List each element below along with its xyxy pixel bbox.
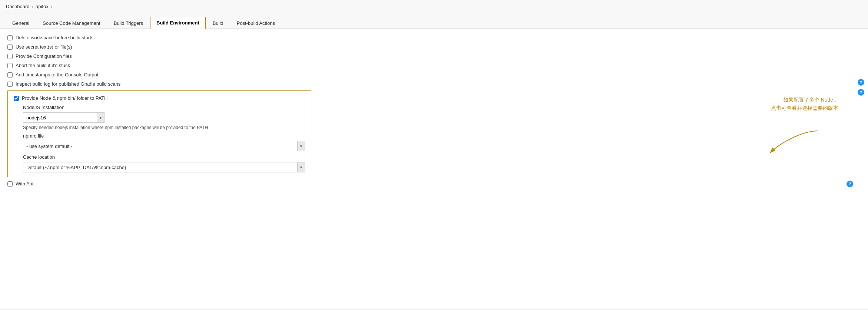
tab-post-build[interactable]: Post-build Actions	[231, 17, 281, 29]
annotation-arrow	[766, 127, 825, 158]
content-area: Delete workspace before build starts Use…	[0, 29, 868, 196]
nodejs-section: Provide Node & npm bin/ folder to PATH N…	[7, 90, 311, 177]
checkbox-row-use-secret: Use secret text(s) or file(s)	[7, 44, 861, 50]
annotation-text-line2: 点击可查看并选择需要的版本	[771, 104, 838, 112]
label-provide-node: Provide Node & npm bin/ folder to PATH	[22, 95, 107, 101]
breadcrumb: Dashboard › apifox ›	[0, 0, 868, 13]
breadcrumb-dashboard[interactable]: Dashboard	[6, 4, 30, 9]
npmrc-dropdown-arrow[interactable]: ▼	[298, 141, 305, 151]
checkbox-add-timestamps[interactable]	[7, 72, 13, 78]
label-provide-config: Provide Configuration files	[16, 53, 72, 59]
label-delete-workspace: Delete workspace before build starts	[16, 35, 93, 40]
installation-description: Specify needed nodejs installation where…	[23, 125, 305, 130]
checkbox-use-secret[interactable]	[7, 44, 13, 50]
checkbox-row-add-timestamps: Add timestamps to the Console Output	[7, 72, 861, 78]
breadcrumb-apifox[interactable]: apifox	[36, 4, 49, 9]
cache-label: Cache location	[23, 154, 305, 160]
checkbox-row-abort-build: Abort the build if it's stuck	[7, 63, 861, 68]
cache-select-wrapper: Default (~/.npm or %APP_DATA%\npm-cache)…	[23, 162, 305, 172]
arrow-svg	[766, 127, 825, 157]
help-icon-use-secret[interactable]: ?	[858, 79, 864, 86]
help-icon-provide-config[interactable]: ?	[858, 89, 864, 96]
tab-general[interactable]: General	[6, 17, 36, 29]
checkbox-inspect-build-log[interactable]	[7, 82, 13, 87]
checkbox-provide-config[interactable]	[7, 54, 13, 59]
help-icon-with-ant[interactable]: ?	[847, 181, 853, 187]
npmrc-select-wrapper: - use system default - ▼	[23, 141, 305, 151]
npmrc-select[interactable]: - use system default -	[23, 141, 298, 151]
checkbox-delete-workspace[interactable]	[7, 35, 13, 40]
tab-build-triggers[interactable]: Build Triggers	[107, 17, 149, 29]
tab-source-code[interactable]: Source Code Management	[36, 17, 106, 29]
checkbox-abort-build[interactable]	[7, 63, 13, 68]
checkbox-provide-node[interactable]	[14, 96, 19, 101]
tab-build[interactable]: Build	[206, 17, 230, 29]
nodejs-dropdown-btn[interactable]: ▼	[97, 112, 105, 123]
nodejs-section-header: Provide Node & npm bin/ folder to PATH	[14, 95, 305, 101]
cache-select[interactable]: Default (~/.npm or %APP_DATA%\npm-cache)	[23, 162, 298, 172]
label-use-secret: Use secret text(s) or file(s)	[16, 44, 72, 50]
tab-bar: General Source Code Management Build Tri…	[0, 13, 868, 29]
checkbox-row-with-ant: With Ant ?	[7, 181, 861, 187]
annotation-text-line1: 如果配置了多个 Node，	[771, 96, 838, 104]
installation-label: NodeJS Installation	[23, 105, 305, 110]
main-content: General Source Code Management Build Tri…	[0, 13, 868, 309]
cache-dropdown-arrow[interactable]: ▼	[298, 162, 305, 172]
nodejs-installation-input[interactable]	[23, 112, 97, 123]
checkbox-row-delete-workspace: Delete workspace before build starts	[7, 35, 861, 40]
nodejs-inner-section: NodeJS Installation ▼ Specify needed nod…	[17, 105, 305, 172]
checkbox-with-ant[interactable]	[7, 181, 13, 187]
npmrc-label: npmrc file	[23, 133, 305, 139]
checkbox-row-provide-config: Provide Configuration files	[7, 53, 861, 59]
label-with-ant: With Ant	[16, 181, 33, 187]
tab-build-environment[interactable]: Build Environment	[150, 17, 206, 29]
checkbox-row-inspect-build-log: Inspect build log for published Gradle b…	[7, 81, 861, 87]
breadcrumb-sep-2: ›	[51, 4, 52, 9]
nodejs-installation-row: ▼	[23, 112, 305, 123]
label-abort-build: Abort the build if it's stuck	[16, 63, 70, 68]
label-add-timestamps: Add timestamps to the Console Output	[16, 72, 98, 78]
breadcrumb-sep-1: ›	[32, 4, 33, 9]
annotation-container: 如果配置了多个 Node， 点击可查看并选择需要的版本	[771, 96, 838, 112]
label-inspect-build-log: Inspect build log for published Gradle b…	[16, 81, 120, 87]
